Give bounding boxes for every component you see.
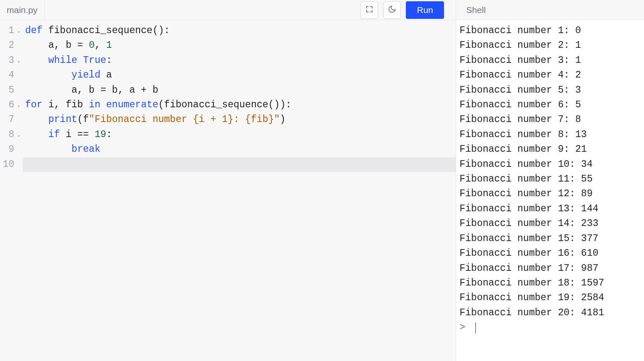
run-button-label: Run [417, 5, 433, 15]
shell-output-line: Fibonacci number 20: 4181 [460, 306, 641, 320]
code-line[interactable]: a, b = b, a + b [23, 83, 456, 98]
line-number-gutter: 1▾23▾456▾78▾910 [0, 23, 23, 361]
shell-tab-bar: Shell [456, 0, 644, 20]
code-line[interactable]: yield a [23, 68, 456, 83]
shell-output-line: Fibonacci number 8: 13 [460, 127, 641, 142]
fold-marker-icon[interactable]: ▾ [17, 55, 20, 70]
app-container: main.py [0, 0, 644, 361]
line-number: 10 [0, 157, 20, 172]
shell-output-line: Fibonacci number 7: 8 [460, 112, 641, 127]
shell-output-line: Fibonacci number 12: 89 [460, 187, 641, 201]
shell-output-line: Fibonacci number 10: 34 [460, 157, 641, 172]
code-line[interactable] [23, 157, 456, 172]
prompt-symbol: > [460, 320, 471, 335]
code-line[interactable]: while True: [23, 53, 456, 68]
shell-output-line: Fibonacci number 14: 233 [460, 216, 641, 231]
editor-panel: main.py [0, 0, 456, 361]
shell-output[interactable]: Fibonacci number 1: 0Fibonacci number 2:… [456, 20, 644, 361]
theme-toggle-button[interactable] [383, 1, 401, 19]
line-number: 8▾ [0, 127, 20, 142]
line-number: 1▾ [0, 23, 20, 38]
shell-output-line: Fibonacci number 4: 2 [460, 68, 641, 83]
top-bar-actions: Run [361, 1, 456, 19]
line-number: 9 [0, 142, 20, 157]
cursor-caret [475, 322, 476, 333]
line-number: 2 [0, 38, 20, 53]
shell-panel: Shell Fibonacci number 1: 0Fibonacci num… [456, 0, 644, 361]
top-bar: main.py [0, 0, 456, 20]
fold-marker-icon[interactable]: ▾ [17, 99, 20, 114]
fullscreen-button[interactable] [361, 1, 378, 19]
shell-output-line: Fibonacci number 1: 0 [460, 23, 641, 38]
shell-output-line: Fibonacci number 17: 987 [460, 261, 641, 276]
shell-output-line: Fibonacci number 18: 1597 [460, 276, 641, 291]
line-number: 3▾ [0, 53, 20, 68]
code-line[interactable]: for i, fib in enumerate(fibonacci_sequen… [23, 98, 456, 112]
line-number: 4 [0, 68, 20, 83]
shell-output-line: Fibonacci number 16: 610 [460, 246, 641, 261]
shell-prompt[interactable]: > [460, 320, 641, 335]
fullscreen-icon [365, 5, 374, 15]
shell-tab-label: Shell [466, 5, 486, 15]
moon-icon [388, 5, 396, 15]
shell-output-line: Fibonacci number 19: 2584 [460, 291, 641, 305]
line-number: 5 [0, 83, 20, 98]
line-number: 6▾ [0, 98, 20, 112]
line-number: 7 [0, 112, 20, 127]
code-editor[interactable]: 1▾23▾456▾78▾910 def fibonacci_sequence()… [0, 20, 456, 361]
code-line[interactable]: a, b = 0, 1 [23, 38, 456, 53]
file-tab[interactable]: main.py [0, 0, 45, 20]
fold-marker-icon[interactable]: ▾ [17, 25, 20, 40]
shell-output-line: Fibonacci number 6: 5 [460, 98, 641, 112]
shell-output-line: Fibonacci number 5: 3 [460, 83, 641, 98]
shell-output-line: Fibonacci number 2: 1 [460, 38, 641, 53]
code-content[interactable]: def fibonacci_sequence(): a, b = 0, 1 wh… [23, 23, 456, 361]
run-button[interactable]: Run [406, 1, 444, 19]
code-line[interactable]: break [23, 142, 456, 157]
fold-marker-icon[interactable]: ▾ [17, 129, 20, 144]
shell-tab[interactable]: Shell [456, 0, 496, 20]
shell-output-line: Fibonacci number 3: 1 [460, 53, 641, 68]
code-line[interactable]: def fibonacci_sequence(): [23, 23, 456, 38]
shell-output-line: Fibonacci number 15: 377 [460, 231, 641, 246]
code-line[interactable]: print(f"Fibonacci number {i + 1}: {fib}"… [23, 112, 456, 127]
shell-output-line: Fibonacci number 11: 55 [460, 172, 641, 187]
file-tab-label: main.py [7, 5, 38, 15]
shell-output-line: Fibonacci number 13: 144 [460, 202, 641, 216]
code-line[interactable]: if i == 19: [23, 127, 456, 142]
shell-output-line: Fibonacci number 9: 21 [460, 142, 641, 157]
